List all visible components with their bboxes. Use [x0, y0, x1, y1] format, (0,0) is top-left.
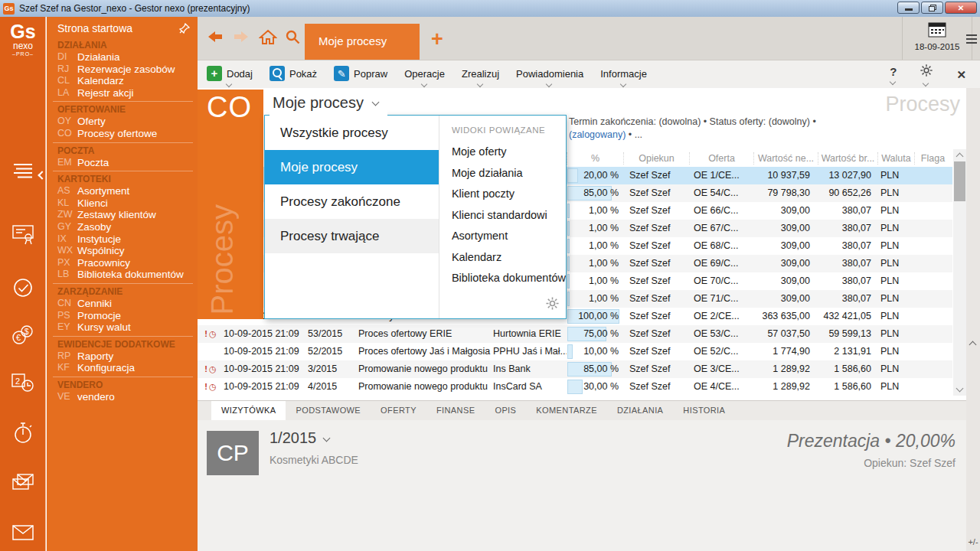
- search-icon[interactable]: [285, 29, 301, 45]
- settings-button[interactable]: [920, 64, 933, 86]
- tab-moje-procesy[interactable]: Moje procesy: [305, 24, 420, 60]
- mail-stack-icon[interactable]: [10, 470, 36, 494]
- sidebar-item[interactable]: PX Pracownicy: [53, 257, 193, 269]
- sidebar-item[interactable]: GY Zasoby: [53, 221, 193, 233]
- cell-waluta: PLN: [877, 378, 914, 396]
- sidebar-item[interactable]: DI Działania: [53, 51, 193, 64]
- minimize-button[interactable]: [897, 2, 920, 14]
- toolbar-button[interactable]: Operacje: [404, 60, 445, 88]
- sidebar-item[interactable]: LA Rejestr akcji: [53, 87, 193, 99]
- scroll-up-icon[interactable]: [956, 153, 964, 161]
- related-view-link[interactable]: Asortyment: [452, 226, 566, 247]
- sidebar-item[interactable]: AS Asortyment: [53, 185, 193, 197]
- close-view-button[interactable]: ✕: [956, 68, 966, 82]
- app-menu-icon[interactable]: [963, 32, 980, 46]
- detail-tab[interactable]: KOMENTARZE: [526, 401, 607, 420]
- related-view-link[interactable]: Moje działania: [452, 163, 566, 184]
- column-header-waluta[interactable]: Waluta: [877, 152, 914, 165]
- toolbar-button[interactable]: Zrealizuj: [462, 60, 499, 88]
- help-button[interactable]: ?: [890, 65, 897, 84]
- date-widget[interactable]: 18-09-2015: [902, 17, 972, 60]
- filter-link[interactable]: (zalogowany): [569, 129, 626, 140]
- close-window-button[interactable]: ✕: [945, 2, 977, 14]
- record-number[interactable]: 1/2015: [270, 429, 329, 447]
- detail-tab[interactable]: OFERTY: [371, 401, 426, 420]
- detail-tab[interactable]: OPIS: [485, 401, 526, 420]
- detail-tab[interactable]: HISTORIA: [673, 401, 735, 420]
- sidebar-item[interactable]: PS Promocje: [53, 310, 193, 322]
- menu-hamburger-icon[interactable]: [10, 158, 36, 183]
- collapse-panel-icon[interactable]: [969, 341, 977, 349]
- chevron-down-icon: [476, 81, 482, 87]
- column-header-opiekun[interactable]: Opiekun: [623, 152, 689, 165]
- view-menu-item[interactable]: Moje procesy: [265, 150, 439, 184]
- related-view-link[interactable]: Biblioteka dokumentów: [452, 268, 566, 289]
- filter-line1[interactable]: Termin zakończenia: (dowolna) • Status o…: [569, 116, 816, 129]
- sidebar-item[interactable]: KF Konfiguracja: [53, 362, 193, 374]
- mail-icon[interactable]: [10, 520, 36, 545]
- table-row[interactable]: 10-09-2015 21:09 52/2015 Proces ofertowy…: [198, 343, 952, 360]
- toolbar-button[interactable]: Powiadomienia: [516, 60, 583, 88]
- table-row[interactable]: 10-09-2015 21:09 53/2015 Proces ofertowy…: [198, 325, 952, 343]
- related-view-link[interactable]: Moje oferty: [452, 142, 566, 163]
- stopwatch-icon[interactable]: [10, 421, 36, 445]
- zoom-control[interactable]: +/-: [966, 537, 980, 546]
- cell-oferta: OE 67/C...: [689, 220, 753, 237]
- forward-icon[interactable]: [233, 30, 250, 44]
- back-icon[interactable]: [207, 30, 224, 44]
- table-row[interactable]: 10-09-2015 21:09 3/2015 Promowanie noweg…: [198, 360, 952, 378]
- toolbar-button[interactable]: Pokaż: [270, 60, 317, 88]
- sidebar-item[interactable]: RP Raporty: [53, 350, 193, 363]
- detail-tab[interactable]: PODSTAWOWE: [286, 401, 371, 420]
- calendar-clock-icon[interactable]: 2: [10, 370, 36, 395]
- toolbar-button[interactable]: Informacje: [600, 60, 647, 88]
- new-tab-button[interactable]: +: [431, 28, 443, 51]
- filter-line2[interactable]: (zalogowany) • ...: [569, 129, 816, 142]
- scrollbar-thumb[interactable]: [954, 161, 965, 201]
- restore-button[interactable]: [921, 2, 943, 14]
- sidebar-item[interactable]: CN Cenniki: [53, 298, 193, 310]
- detail-tab[interactable]: DZIAŁANIA: [607, 401, 673, 420]
- sidebar-item[interactable]: IX Instytucje: [53, 233, 193, 246]
- sidebar-item[interactable]: EY Kursy walut: [53, 321, 193, 334]
- currency-coins-icon[interactable]: $ €: [10, 323, 36, 347]
- toolbar-button[interactable]: Popraw: [334, 60, 387, 88]
- detail-tab[interactable]: WIZYTÓWKA: [211, 401, 286, 420]
- view-settings-gear-icon[interactable]: [545, 296, 560, 314]
- certificates-icon[interactable]: [10, 222, 36, 246]
- column-header-brutto[interactable]: Wartość br...: [818, 152, 877, 165]
- sidebar-item-home[interactable]: Strona startowa: [53, 21, 193, 37]
- tasks-check-icon[interactable]: [10, 276, 36, 300]
- view-menu-item[interactable]: Procesy trwające: [265, 219, 439, 253]
- view-menu-item[interactable]: Procesy zakończone: [265, 184, 439, 219]
- related-view-link[interactable]: Kalendarz: [452, 247, 566, 269]
- related-view-link[interactable]: Klient poczty: [452, 184, 566, 205]
- sidebar-item[interactable]: KL Klienci: [53, 197, 193, 210]
- home-icon[interactable]: [259, 28, 277, 45]
- table-row[interactable]: 10-09-2015 21:09 4/2015 Promowanie noweg…: [198, 378, 952, 396]
- toolbar-button[interactable]: Dodaj: [207, 60, 253, 88]
- sidebar-item[interactable]: OY Oferty: [53, 116, 193, 128]
- sidebar-item[interactable]: WX Wspólnicy: [53, 245, 193, 257]
- related-view-link[interactable]: Klienci standardowi: [452, 205, 566, 227]
- filter-more[interactable]: • ...: [629, 129, 642, 140]
- table-scrollbar[interactable]: [953, 149, 966, 396]
- sidebar-item[interactable]: ZW Zestawy klientów: [53, 209, 193, 221]
- cell-flaga: [914, 220, 951, 237]
- view-menu-item[interactable]: Wszystkie procesy: [265, 116, 439, 150]
- column-header-netto[interactable]: Wartość ne...: [753, 152, 818, 165]
- sidebar-item[interactable]: CO Procesy ofertowe: [53, 128, 193, 140]
- detail-tab[interactable]: FINANSE: [426, 401, 485, 420]
- column-header-pct[interactable]: %: [567, 152, 623, 165]
- column-header-oferta[interactable]: Oferta: [689, 152, 753, 165]
- sidebar-item[interactable]: EM Poczta: [53, 157, 193, 169]
- sidebar-item[interactable]: VE vendero: [53, 391, 193, 403]
- sidebar-item[interactable]: RJ Rezerwacje zasobów: [53, 64, 193, 76]
- scroll-down-icon[interactable]: [956, 385, 964, 393]
- sidebar-item[interactable]: CL Kalendarz: [53, 75, 193, 87]
- view-title[interactable]: Moje procesy: [270, 92, 387, 116]
- pin-icon[interactable]: [179, 23, 190, 34]
- sidebar-item[interactable]: LB Biblioteka dokumentów: [53, 269, 193, 281]
- column-header-flaga[interactable]: Flaga: [914, 152, 951, 165]
- window-title: Szef Szef na Gestor_nexo - Gestor nexo (…: [19, 3, 250, 14]
